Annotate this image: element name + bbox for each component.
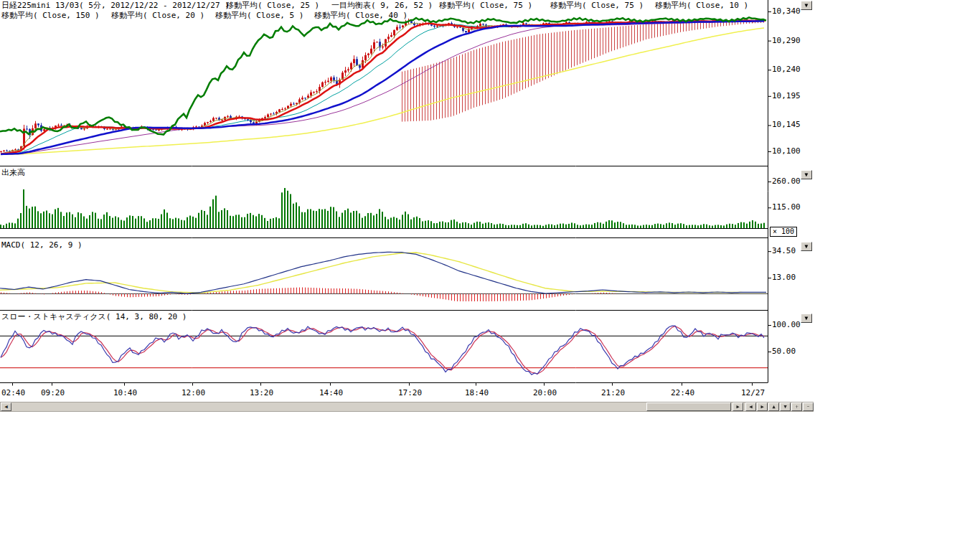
scrollbar-tool-button[interactable]: ▶ bbox=[757, 402, 768, 411]
volume-pane-menu-button[interactable]: ▼ bbox=[801, 170, 812, 179]
scrollbar-tool-button[interactable]: ▲ bbox=[768, 402, 779, 411]
scrollbar-thumb[interactable] bbox=[646, 402, 731, 411]
controls-layer: ▼ ▼ ▼ ▼ ◀ ▶ ◀▶▲▼＋－ bbox=[0, 0, 980, 551]
scrollbar-left-arrow-icon[interactable]: ◀ bbox=[1, 402, 11, 411]
stochastics-pane-menu-button[interactable]: ▼ bbox=[801, 314, 812, 323]
scrollbar-tool-button[interactable]: ＋ bbox=[791, 402, 802, 411]
price-pane-menu-button[interactable]: ▼ bbox=[801, 1, 812, 10]
macd-pane-menu-button[interactable]: ▼ bbox=[801, 242, 812, 251]
scrollbar-tool-button[interactable]: ◀ bbox=[745, 402, 756, 411]
chart-application-window: 日経225mini 13/03( 5分, 2012/12/22 - 2012/1… bbox=[0, 0, 980, 551]
scrollbar-right-arrow-icon[interactable]: ▶ bbox=[732, 402, 743, 411]
scrollbar-tool-button[interactable]: ▼ bbox=[780, 402, 791, 411]
chart-horizontal-scrollbar[interactable]: ◀ ▶ ◀▶▲▼＋－ bbox=[0, 402, 814, 412]
scrollbar-tool-button[interactable]: － bbox=[803, 402, 814, 411]
